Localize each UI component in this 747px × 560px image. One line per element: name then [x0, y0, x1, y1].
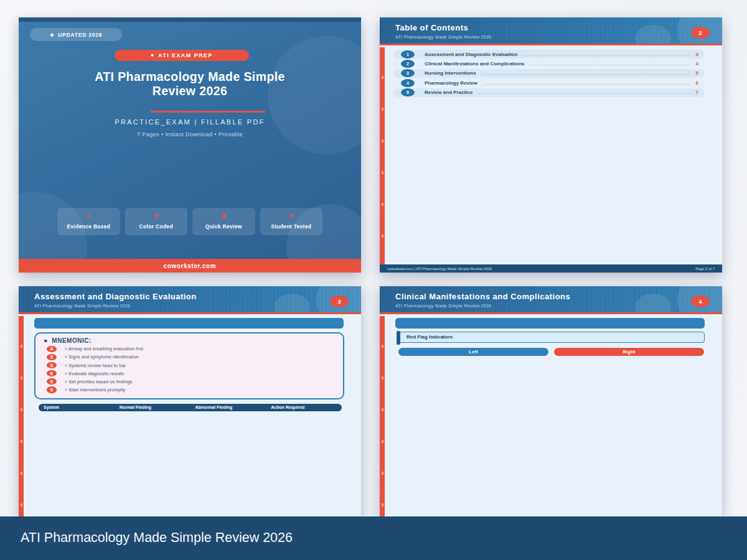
- mnemonic-heading-label: MNEMONIC:: [52, 337, 91, 344]
- clinical-header: Clinical Manifestations and Complication…: [380, 286, 722, 314]
- toc-item-number: 4: [401, 79, 415, 87]
- assessment-table-header: System Normal Finding Abnormal Finding A…: [39, 404, 342, 411]
- toc-list: 1 Assessment and Diagnostic Evaluation 3…: [393, 50, 705, 98]
- table-header-system: System: [39, 405, 115, 409]
- feature-evidence-based: ✔ Evidence Based: [57, 208, 120, 235]
- page-spine: [380, 316, 385, 516]
- mnemonic-letter-badge: S: [47, 362, 57, 369]
- dotted-leader: [478, 93, 690, 94]
- heart-icon: ♥: [260, 212, 323, 220]
- mnemonic-letter-badge: A: [47, 346, 57, 353]
- toc-item-label: Nursing Interventions: [425, 70, 476, 76]
- cover-subtitle: PRACTICE_EXAM | FILLABLE PDF: [19, 118, 361, 126]
- mnemonic-item-text: = Airway and breathing evaluation first: [65, 347, 143, 351]
- toc-item-number: 5: [401, 88, 415, 96]
- right-button[interactable]: Right: [554, 348, 704, 356]
- left-button[interactable]: Left: [398, 348, 548, 356]
- table-header-action: Action Required: [266, 405, 342, 409]
- page-number-badge: 2: [691, 27, 710, 39]
- toc-item-page: 4: [696, 61, 698, 67]
- cover-title: ATI Pharmacology Made Simple Review 2026: [19, 70, 361, 98]
- section-title-bar: [34, 318, 344, 329]
- mnemonic-item-text: = Set priorities based on findings: [65, 380, 133, 384]
- toc-item-label: Clinical Manifestations and Complication…: [425, 61, 524, 67]
- mnemonic-letter-badge: E: [47, 370, 57, 377]
- star-icon: ★: [50, 32, 55, 38]
- feature-label: Quick Review: [192, 223, 255, 230]
- decorative-circle: [274, 294, 310, 314]
- toc-title: Table of Contents: [395, 23, 468, 32]
- cover-page-thumbnail[interactable]: ★ UPDATED 2026 ■ ATI EXAM PREP ATI Pharm…: [19, 17, 361, 273]
- toc-item-number: 3: [401, 69, 415, 77]
- mnemonic-heading: ■ MNEMONIC:: [44, 337, 336, 344]
- dotted-leader: [482, 74, 690, 75]
- updated-badge: ★ UPDATED 2026: [30, 28, 122, 41]
- cover-meta: 7 Pages • Instant Download • Printable: [19, 131, 361, 138]
- toc-header: Table of Contents ATI Pharmacology Made …: [380, 17, 722, 45]
- feature-label: Color Coded: [125, 223, 188, 230]
- toc-item-clinical[interactable]: 2 Clinical Manifestations and Complicati…: [393, 59, 705, 68]
- listing-title: ATI Pharmacology Made Simple Review 2026: [21, 516, 293, 559]
- toc-item-page: 5: [696, 70, 698, 76]
- mnemonic-item-text: = Systems review head to toe: [65, 363, 126, 368]
- table-header-abnormal: Abnormal Finding: [190, 405, 266, 409]
- toc-item-review[interactable]: 5 Review and Practice 7: [393, 88, 705, 97]
- toc-item-page: 7: [696, 90, 698, 95]
- mnemonic-item-text: = Evaluate diagnostic results: [65, 371, 124, 376]
- mnemonic-item: S = Systems review head to toe: [43, 362, 336, 369]
- red-flag-indicators-box: Red Flag Indicators: [397, 332, 705, 343]
- cover-title-line2: Review 2026: [19, 84, 361, 98]
- toc-item-assessment[interactable]: 1 Assessment and Diagnostic Evaluation 3: [393, 50, 705, 58]
- toc-item-label: Pharmacology Review: [425, 80, 477, 86]
- mnemonic-item: S = Signs and symptoms identification: [43, 354, 336, 361]
- feature-boxes: ✔ Evidence Based ★ Color Coded ■ Quick R…: [57, 208, 322, 235]
- toc-item-nursing[interactable]: 3 Nursing Interventions 5: [393, 69, 705, 78]
- clinical-content: Red Flag Indicators Left Right: [380, 316, 722, 356]
- toc-footer: coworkster.com | ATI Pharmacology Made S…: [380, 264, 722, 273]
- page-number-badge: 3: [330, 296, 349, 307]
- exam-prep-pill: ■ ATI EXAM PREP: [115, 50, 249, 61]
- assessment-content: ■ MNEMONIC: A = Airway and breathing eva…: [19, 316, 361, 411]
- updated-badge-label: UPDATED 2026: [58, 32, 102, 38]
- section-accent-bar: [397, 331, 400, 345]
- page-spine: [380, 47, 385, 273]
- assessment-page-thumbnail[interactable]: Assessment and Diagnostic Evaluation ATI…: [19, 286, 361, 516]
- feature-student-tested: ♥ Student Tested: [260, 208, 323, 235]
- cover-divider: [151, 111, 265, 113]
- cover-footer-site: coworkster.com: [19, 259, 361, 273]
- left-right-buttons: Left Right: [398, 348, 704, 356]
- exam-prep-label: ATI EXAM PREP: [158, 52, 213, 58]
- section-title-bar: [395, 318, 705, 329]
- toc-page-thumbnail[interactable]: Table of Contents ATI Pharmacology Made …: [380, 17, 722, 273]
- square-icon: ■: [44, 338, 47, 343]
- mnemonic-item-text: = Signs and symptoms identification: [65, 355, 139, 359]
- square-icon: ■: [192, 212, 255, 220]
- toc-item-number: 2: [401, 60, 415, 68]
- dotted-leader: [530, 65, 690, 65]
- screenshot-stage: ★ UPDATED 2026 ■ ATI EXAM PREP ATI Pharm…: [0, 0, 747, 560]
- toc-item-page: 3: [696, 52, 698, 57]
- toc-item-label: Review and Practice: [425, 90, 472, 95]
- bottom-title-bar: ATI Pharmacology Made Simple Review 2026: [0, 516, 747, 560]
- feature-quick-review: ■ Quick Review: [192, 208, 255, 235]
- clinical-page-thumbnail[interactable]: Clinical Manifestations and Complication…: [380, 286, 722, 516]
- mnemonic-item: A = Airway and breathing evaluation firs…: [43, 346, 336, 353]
- toc-item-pharmacology[interactable]: 4 Pharmacology Review 6: [393, 78, 705, 87]
- feature-label: Evidence Based: [57, 223, 120, 230]
- toc-item-number: 1: [401, 50, 415, 58]
- toc-footer-left: coworkster.com | ATI Pharmacology Made S…: [387, 267, 492, 271]
- cover-title-line1: ATI Pharmacology Made Simple: [19, 70, 361, 84]
- star-icon: ★: [125, 212, 188, 220]
- mnemonic-box: ■ MNEMONIC: A = Airway and breathing eva…: [34, 332, 344, 399]
- page-number-badge: 4: [691, 296, 710, 307]
- mnemonic-letter-badge: S: [47, 378, 57, 385]
- dotted-leader: [523, 55, 690, 56]
- check-icon: ✔: [57, 212, 120, 220]
- assessment-header: Assessment and Diagnostic Evaluation ATI…: [19, 286, 361, 314]
- mnemonic-item: S = Set priorities based on findings: [43, 378, 336, 385]
- toc-item-label: Assessment and Diagnostic Evaluation: [425, 52, 517, 57]
- decorative-circle: [635, 25, 671, 45]
- square-icon: ■: [151, 53, 154, 57]
- mnemonic-item: E = Evaluate diagnostic results: [43, 370, 336, 377]
- feature-color-coded: ★ Color Coded: [125, 208, 188, 235]
